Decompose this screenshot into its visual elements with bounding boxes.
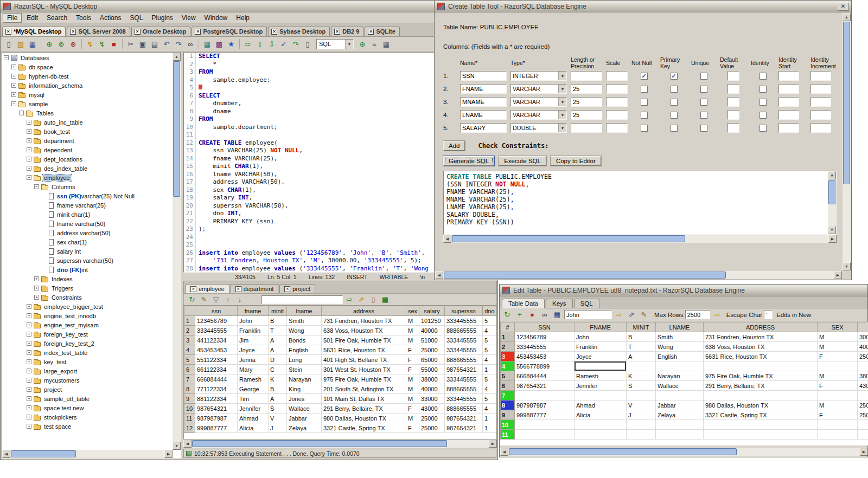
describe-table-icon[interactable]: ▦ [202, 38, 213, 49]
scale-input[interactable] [606, 123, 628, 133]
identity-increment-input[interactable] [810, 123, 831, 133]
tree-item-dno-fk-int[interactable]: dno (FK) int [2, 265, 173, 274]
tree-item-columns[interactable]: −Columns [2, 182, 173, 191]
table-row[interactable]: 9999887777AliciaJZelaya3321 Castle, Spri… [501, 410, 868, 420]
table-row[interactable]: 1123456789JohnBSmith731 Fondren, Houston… [501, 332, 868, 342]
cell[interactable]: 987987987 [515, 401, 575, 410]
cell[interactable]: 987654321 [515, 381, 575, 391]
results-col-dno[interactable]: dno [483, 306, 497, 316]
unique-checkbox[interactable] [700, 112, 707, 119]
collapse-icon[interactable]: − [27, 175, 31, 180]
scale-input[interactable] [606, 84, 628, 94]
primary-key-checkbox[interactable] [671, 112, 678, 119]
identity-checkbox[interactable] [760, 99, 767, 106]
cell[interactable]: 999887777 [515, 410, 575, 420]
scroll-right-icon[interactable]: ▶ [489, 440, 497, 448]
length-input[interactable] [571, 84, 602, 94]
expand-icon[interactable]: + [27, 387, 31, 392]
scroll-left-icon[interactable]: ◀ [2, 450, 10, 458]
refresh-icon[interactable]: ↻ [502, 309, 513, 320]
edit-col-[interactable]: # [501, 322, 515, 332]
identity-increment-input[interactable] [810, 71, 831, 81]
menu-view[interactable]: View [178, 14, 200, 22]
main-titlebar[interactable]: RazorSQL - MySQL Desktop [1, 1, 497, 12]
expand-icon[interactable]: + [27, 378, 31, 383]
open-in-window-icon[interactable]: ⇗ [356, 294, 367, 305]
table-row[interactable]: 3453453453JoyceAEnglish5631 Rice, Housto… [501, 352, 868, 361]
column-name-input[interactable] [460, 71, 507, 81]
tree-scroll-thumb[interactable] [173, 61, 180, 197]
nav-down-icon[interactable]: ⇩ [266, 38, 277, 49]
connection-tab-mysql-desktop[interactable]: ×*MySQL Desktop [2, 27, 66, 36]
cell[interactable]: Ramesh [575, 371, 627, 381]
cell[interactable]: 5631 Rice, Houston TX [704, 352, 818, 361]
collapse-icon[interactable]: − [11, 101, 16, 106]
edit-results-icon[interactable]: ✎ [199, 294, 209, 305]
expand-icon[interactable]: + [27, 396, 31, 401]
length-input[interactable] [571, 71, 602, 81]
connect-icon[interactable]: ⊕ [44, 38, 55, 49]
search-go-icon[interactable]: ⇨ [344, 294, 355, 305]
scroll-up-icon[interactable]: ▲ [843, 13, 851, 21]
nav-up-icon[interactable]: ⇧ [254, 38, 265, 49]
tree-item-triggers[interactable]: +Triggers [2, 283, 173, 293]
cell[interactable] [704, 361, 818, 371]
identity-increment-input[interactable] [810, 110, 831, 120]
column-type-select[interactable]: VARCHAR▼ [510, 84, 567, 94]
table-row[interactable]: 8771122334GeorgeBKing201 South St, Arlin… [184, 384, 497, 394]
scroll-down-icon[interactable]: ▼ [173, 442, 181, 450]
results-col-ssn[interactable]: ssn [195, 306, 238, 316]
stop-icon[interactable]: ■ [108, 38, 119, 49]
new-editor-page-icon[interactable]: ▯ [302, 38, 313, 49]
scroll-down-icon[interactable]: ▼ [843, 262, 851, 270]
cell[interactable]: Alicia [575, 410, 627, 420]
max-rows-input[interactable] [685, 310, 710, 319]
expand-icon[interactable]: + [27, 166, 31, 171]
tree-item-databases[interactable]: −Databases [2, 53, 173, 62]
tree-item-foreign-key-test[interactable]: +foreign_key_test [2, 330, 173, 339]
tree-item-index-test-table[interactable]: +index_test_table [2, 348, 173, 357]
unique-checkbox[interactable] [700, 125, 707, 132]
length-input[interactable] [571, 123, 602, 133]
results-horizontal-scrollbar[interactable]: ◀ ▶ [183, 440, 497, 448]
tree-item-lname-varchar-50[interactable]: lname varchar(50) [2, 219, 173, 228]
default-value-input[interactable] [727, 71, 739, 81]
expand-icon[interactable]: + [27, 405, 31, 410]
cell[interactable] [818, 420, 858, 430]
cell[interactable]: K [627, 371, 656, 381]
table-row[interactable]: 10987654321JenniferSWallace291 Berry, Be… [184, 404, 497, 414]
expand-icon[interactable]: + [11, 83, 16, 88]
cell[interactable]: A [627, 352, 656, 361]
edit-col-minit[interactable]: MINIT [627, 322, 656, 332]
cell[interactable]: Zelaya [656, 410, 704, 420]
export-results-icon[interactable]: ▯ [368, 294, 379, 305]
tree-item-test-space[interactable]: +test space [2, 422, 173, 431]
expand-icon[interactable]: + [27, 332, 31, 337]
search-go-icon[interactable]: ⇨ [614, 309, 624, 320]
execute-sql-button[interactable]: Execute SQL [499, 156, 546, 166]
edit-col-salary[interactable]: SALARY [858, 322, 868, 332]
column-type-select[interactable]: DOUBLE▼ [510, 123, 567, 133]
default-value-input[interactable] [727, 110, 739, 120]
expand-icon[interactable]: + [27, 350, 31, 355]
cell[interactable]: 975 Fire Oak, Humble TX [704, 371, 818, 381]
column-name-input[interactable] [460, 123, 507, 133]
expand-icon[interactable]: + [27, 157, 31, 162]
edit-tab-sql[interactable]: SQL [574, 299, 599, 308]
scroll-right-icon[interactable]: ▶ [860, 448, 868, 456]
edit-col-lname[interactable]: LNAME [656, 322, 704, 332]
add-column-button[interactable]: Add [443, 141, 465, 151]
tree-vertical-scrollbar[interactable]: ▲ ▼ [173, 53, 181, 450]
chevron-down-icon[interactable]: ▼ [558, 72, 566, 80]
unique-checkbox[interactable] [700, 99, 707, 106]
tree-item-information-schema[interactable]: +information_schema [2, 81, 173, 90]
results-col-superssn[interactable]: superssn [445, 306, 483, 316]
cell[interactable] [515, 420, 575, 430]
cell[interactable] [575, 391, 627, 401]
cell[interactable]: 3321 Castle, Spring TX [704, 410, 818, 420]
expand-icon[interactable]: + [27, 341, 31, 346]
table-row[interactable]: 1123456789JohnBSmith731 Fondren, Houston… [184, 316, 497, 326]
table-row[interactable]: 11 [501, 430, 868, 440]
expand-icon[interactable]: + [27, 415, 31, 419]
tree-item-auto-inc-table[interactable]: +auto_inc_table [2, 118, 173, 127]
